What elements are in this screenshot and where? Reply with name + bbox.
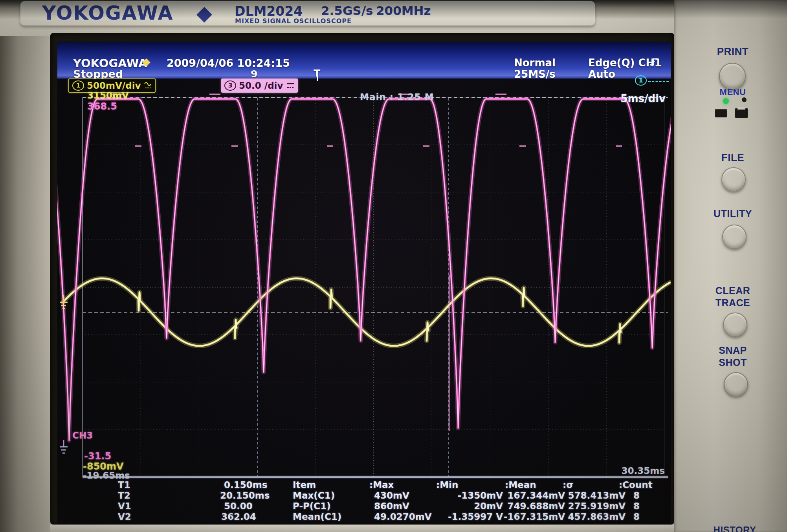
oscilloscope-front: YOKOGAWA ◆ DLM2024 2.5GS/s 200MHz MIXED … xyxy=(0,0,787,532)
ch3-bottom-scale: -31.5 xyxy=(84,451,111,462)
measure-cell: 167.344mV xyxy=(494,490,565,501)
record-length: Main : 1.25 M xyxy=(360,92,434,102)
device-subtitle: MIXED SIGNAL OSCILLOSCOPE xyxy=(235,17,352,25)
cursor-t1-value: 0.150ms xyxy=(224,480,267,490)
measure-header-max: :Max xyxy=(369,480,394,490)
rising-edge-icon xyxy=(649,57,659,67)
cursor-t1-label: T1 xyxy=(118,480,130,490)
trigger-level-dashes xyxy=(648,81,669,82)
ch1-ground-marker-icon xyxy=(58,294,69,314)
acquisition-count: 9 xyxy=(251,68,257,80)
ch3-top-scale: 368.5 xyxy=(87,101,117,112)
datetime: 2009/04/06 10:24:15 xyxy=(167,57,290,69)
measure-cell: -167.315mV xyxy=(494,512,565,522)
ch3-scale-badge[interactable]: 3 50.0 /div xyxy=(221,79,298,93)
print-label: PRINT xyxy=(707,46,758,58)
cursor-v1-value: 50.00 xyxy=(224,501,253,511)
sample-rate: 25MS/s xyxy=(514,68,556,80)
trigger-level-marker-icon: 1 xyxy=(635,75,647,86)
ch3-scale: 50.0 /div xyxy=(239,80,283,91)
measure-cell: -1.35997 V xyxy=(432,512,503,522)
printer-paper xyxy=(737,107,745,110)
trigger-position-tick xyxy=(317,76,318,81)
measure-row-item: P-P(C1) xyxy=(293,501,331,511)
brand-plate: YOKOGAWA ◆ DLM2024 2.5GS/s 200MHz MIXED … xyxy=(20,1,595,26)
history-label: HISTORY xyxy=(705,525,764,532)
ac-coupling-icon xyxy=(144,80,152,91)
clear-trace-button[interactable] xyxy=(723,313,747,337)
measure-header-sigma: :σ xyxy=(563,480,573,490)
ch1-scale: 500mV/div xyxy=(87,80,141,91)
measure-cell: 8 xyxy=(633,501,640,511)
measure-cell: 860mV xyxy=(374,501,409,511)
menu-label: MENU xyxy=(711,87,754,97)
timebase: 5ms/div xyxy=(613,93,666,104)
trigger-mode-label: Normal xyxy=(514,57,556,69)
measure-header-count: :Count xyxy=(619,480,653,490)
menu-led-off xyxy=(742,97,747,102)
ch3-ground-marker-icon xyxy=(58,439,69,459)
time-right-label: 30.35ms xyxy=(621,466,665,476)
printer-icon xyxy=(735,108,748,118)
brand-diamond-icon: ◆ xyxy=(196,1,212,25)
measure-cell: 275.919mV xyxy=(555,501,626,511)
ch1-top-scale: 3150mV xyxy=(87,90,129,101)
snapshot-label-1: SNAP xyxy=(707,345,758,356)
measure-cell: 578.413mV xyxy=(555,490,626,501)
measure-cell: 430mV xyxy=(374,490,409,501)
measure-header-min: :Min xyxy=(436,480,458,490)
clear-trace-label-2: TRACE xyxy=(705,297,760,309)
measure-cell: 457.863mV xyxy=(555,512,626,522)
cursor-t2-label: T2 xyxy=(118,490,130,501)
bandwidth-spec: 200MHz xyxy=(376,4,431,18)
trigger-sweep-mode: Auto xyxy=(588,68,615,80)
clear-trace-label-1: CLEAR xyxy=(705,285,760,296)
model-number: DLM2024 xyxy=(235,4,303,19)
cursor-t2-value: 20.150ms xyxy=(220,490,270,501)
measure-cell: 8 xyxy=(633,512,640,522)
cursor-v2-label: V2 xyxy=(118,512,131,522)
utility-label: UTILITY xyxy=(705,208,760,219)
time-left-label: -19.65ms xyxy=(83,470,130,481)
ch3-waveform xyxy=(57,94,671,441)
media-icon xyxy=(715,109,727,117)
ch3-label: CH3 xyxy=(72,430,93,441)
bezel-left xyxy=(0,0,52,532)
utility-button[interactable] xyxy=(722,225,747,249)
measure-cell: 20mV xyxy=(432,501,503,511)
waveform-display xyxy=(57,42,671,524)
cursor-v2-value: 362.04 xyxy=(221,512,256,522)
file-label: FILE xyxy=(707,152,758,164)
measure-row-item: Max(C1) xyxy=(293,490,335,501)
cursor-v1-label: V1 xyxy=(118,501,131,511)
measure-cell: 749.688mV xyxy=(494,501,565,511)
print-button[interactable] xyxy=(719,63,746,90)
bezel-bottom-strip xyxy=(50,525,674,532)
menu-led-green xyxy=(723,98,729,104)
snapshot-button[interactable] xyxy=(724,372,748,397)
measure-cell: 49.0270mV xyxy=(374,512,432,522)
measure-cell: -1350mV xyxy=(432,490,503,501)
snapshot-label-2: SHOT xyxy=(707,357,758,368)
sample-rate-spec: 2.5GS/s xyxy=(321,4,373,18)
file-button[interactable] xyxy=(721,167,746,192)
dc-coupling-icon xyxy=(286,80,295,91)
measure-cell: 8 xyxy=(633,490,640,501)
screen-brand-diamond-icon: ◆ xyxy=(142,55,150,68)
ch1-number-icon: 1 xyxy=(72,80,84,91)
measure-row-item: Mean(C1) xyxy=(293,512,341,522)
ch3-number-icon: 3 xyxy=(224,80,236,91)
measure-header-mean: :Mean xyxy=(505,480,536,490)
brand-logo: YOKOGAWA xyxy=(42,2,174,24)
measure-header-item: Item xyxy=(293,480,316,490)
